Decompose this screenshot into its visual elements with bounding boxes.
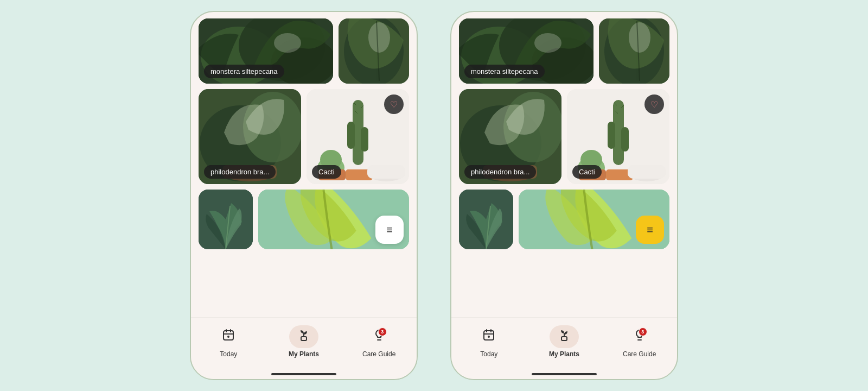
monstera-right-svg-2: [599, 18, 669, 84]
philodendron-cell-2[interactable]: philodendron bra...: [459, 89, 561, 184]
calendar-icon-2: [482, 329, 495, 345]
scroll-area-1: monstera siltepecana: [191, 12, 417, 317]
home-bar-2: [532, 373, 597, 375]
home-indicator-1: [191, 371, 417, 379]
tropical-cell-1[interactable]: ≡: [258, 190, 409, 249]
svg-rect-26: [367, 165, 405, 179]
plant-icon-2: [557, 328, 571, 345]
care-guide-badge-2: 3: [639, 327, 647, 336]
nav-care-guide-2[interactable]: 3 Care Guide: [602, 323, 677, 360]
svg-point-34: [227, 336, 229, 338]
nav-my-plants-icon-wrap-2: [550, 325, 579, 348]
svg-point-71: [488, 336, 490, 338]
nav-today-icon-wrap-2: [474, 325, 503, 348]
partial-row-1: ≡: [199, 190, 409, 249]
philodendron-cell-1[interactable]: philodendron bra...: [199, 89, 301, 184]
svg-rect-63: [628, 165, 666, 179]
nav-my-plants-1[interactable]: My Plants: [266, 323, 342, 360]
filter-btn-2[interactable]: ≡: [636, 216, 664, 244]
cacti-cell-1[interactable]: ♡ Cacti: [307, 89, 409, 184]
nav-my-plants-label-2: My Plants: [549, 350, 579, 358]
svg-rect-53: [608, 122, 615, 149]
filter-btn-1[interactable]: ≡: [375, 216, 404, 244]
plant-icon-1: [297, 328, 311, 345]
monstera-banner-left-2[interactable]: monstera siltepecana: [459, 18, 593, 84]
tropical-cell-2[interactable]: ≡: [519, 190, 669, 249]
cacti-label-1: Cacti: [312, 165, 341, 179]
nav-care-icon-wrap-1: 3: [365, 325, 394, 348]
dracaena-image-2: [459, 190, 513, 249]
svg-rect-54: [621, 127, 629, 152]
philodendron-label-1: philodendron bra...: [204, 165, 276, 179]
monstera-label-1: monstera siltepecana: [204, 65, 284, 78]
cacti-heart-btn-1[interactable]: ♡: [384, 94, 404, 114]
svg-rect-30: [224, 331, 233, 340]
bottom-nav-2: Today My Plants: [451, 317, 677, 371]
nav-today-label-2: Today: [480, 350, 497, 358]
monstera-right-svg-1: [339, 18, 409, 84]
nav-care-icon-wrap-2: 3: [625, 325, 654, 348]
dracaena-svg-1: [199, 190, 253, 249]
grid-row-2: philodendron bra...: [459, 89, 669, 184]
dracaena-image-1: [199, 190, 253, 249]
nav-my-plants-label-1: My Plants: [289, 350, 319, 358]
dracaena-svg-2: [459, 190, 513, 249]
dracaena-cell-2[interactable]: [459, 190, 513, 249]
lightbulb-icon-1: 3: [373, 329, 386, 345]
banner-row-1: monstera siltepecana: [199, 18, 409, 84]
svg-rect-72: [561, 337, 567, 340]
phone-1: monstera siltepecana: [190, 11, 418, 380]
svg-rect-35: [301, 337, 307, 340]
svg-rect-16: [347, 122, 355, 149]
nav-today-icon-wrap-1: [214, 325, 243, 348]
nav-care-guide-label-1: Care Guide: [362, 350, 395, 358]
nav-my-plants-2[interactable]: My Plants: [527, 323, 602, 360]
monstera-banner-right-1[interactable]: [339, 18, 409, 84]
monstera-banner-left-1[interactable]: monstera siltepecana: [199, 18, 333, 84]
lightbulb-icon-2: 3: [633, 329, 646, 345]
home-indicator-2: [451, 371, 677, 379]
phone-2: monstera siltepecana: [450, 11, 678, 380]
svg-point-4: [274, 33, 301, 53]
svg-point-44: [629, 22, 650, 53]
cacti-heart-btn-2[interactable]: ♡: [644, 94, 664, 114]
banner-row-2: monstera siltepecana: [459, 18, 669, 84]
bottom-nav-1: Today My Plants: [191, 317, 417, 371]
nav-today-1[interactable]: Today: [191, 323, 266, 360]
partial-row-2: ≡: [459, 190, 669, 249]
philodendron-label-2: philodendron bra...: [464, 165, 536, 179]
monstera-right-image-1: [339, 18, 409, 84]
nav-my-plants-icon-wrap-1: [289, 325, 318, 348]
cacti-cell-2[interactable]: ♡ Cacti: [567, 89, 669, 184]
nav-today-label-1: Today: [220, 350, 237, 358]
nav-care-guide-1[interactable]: 3 Care Guide: [341, 323, 417, 360]
nav-care-guide-label-2: Care Guide: [623, 350, 656, 358]
svg-point-41: [534, 33, 561, 53]
monstera-label-2: monstera siltepecana: [464, 65, 545, 78]
nav-today-2[interactable]: Today: [451, 323, 527, 360]
grid-row-1: philodendron bra...: [199, 89, 409, 184]
svg-point-7: [368, 22, 390, 53]
svg-rect-67: [484, 331, 494, 340]
care-guide-badge-1: 3: [378, 327, 387, 336]
dracaena-cell-1[interactable]: [199, 190, 253, 249]
monstera-banner-right-2[interactable]: [599, 18, 669, 84]
calendar-icon-1: [222, 329, 235, 345]
cacti-label-2: Cacti: [572, 165, 602, 179]
monstera-right-image-2: [599, 18, 669, 84]
home-bar-1: [271, 373, 336, 375]
scroll-area-2: monstera siltepecana: [451, 12, 677, 317]
svg-rect-17: [361, 127, 368, 152]
